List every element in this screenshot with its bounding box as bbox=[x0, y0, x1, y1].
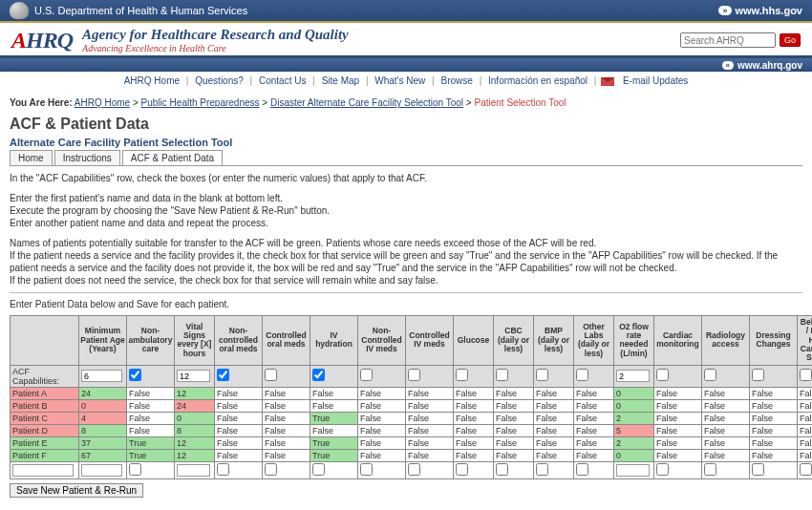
nav-whatsnew[interactable]: What's New bbox=[374, 75, 425, 86]
new-cb-4[interactable] bbox=[408, 463, 420, 476]
new-cb-3[interactable] bbox=[360, 463, 373, 476]
new-cb-6[interactable] bbox=[496, 463, 508, 476]
col-header: Non-ambulatory care bbox=[127, 316, 175, 366]
new-cb-8[interactable] bbox=[576, 463, 588, 476]
acf-cbc-checkbox[interactable] bbox=[496, 369, 508, 381]
ahrq-subbar[interactable]: » www.ahrq.gov bbox=[0, 58, 812, 72]
patient-age: 8 bbox=[79, 424, 127, 436]
patient-amb: False bbox=[127, 412, 175, 424]
col-header: Dressing Changes bbox=[750, 316, 798, 366]
new-patient-name-input[interactable] bbox=[12, 464, 74, 477]
new-cb2-0[interactable] bbox=[656, 463, 669, 476]
col-header: Controlled oral meds bbox=[263, 316, 310, 366]
bc-ahrq-home[interactable]: AHRQ Home bbox=[75, 97, 130, 108]
patient-nciv: False bbox=[358, 412, 406, 424]
new-cb bbox=[494, 461, 534, 478]
new-age-input[interactable] bbox=[81, 464, 122, 477]
patient-cor: False bbox=[263, 399, 310, 412]
col-header: Non-Controlled IV meds bbox=[358, 316, 406, 366]
patient-beh: False bbox=[798, 412, 813, 424]
acf-other-checkbox[interactable] bbox=[576, 369, 588, 381]
hhs-link[interactable]: » www.hhs.gov bbox=[718, 5, 802, 16]
enter-patient-label: Enter Patient Data below and Save for ea… bbox=[10, 299, 802, 309]
patient-rad: False bbox=[702, 424, 750, 436]
new-o2-input[interactable] bbox=[616, 464, 650, 477]
new-cb-1[interactable] bbox=[265, 463, 277, 476]
nav-browse[interactable]: Browse bbox=[440, 75, 472, 86]
new-cb-0[interactable] bbox=[217, 463, 229, 476]
patient-age: 24 bbox=[79, 387, 127, 399]
patient-glu: False bbox=[454, 436, 494, 449]
new-cb-5[interactable] bbox=[456, 463, 468, 476]
tab-acf-patient-data[interactable]: ACF & Patient Data bbox=[122, 150, 223, 165]
ahrq-logo[interactable]: AHRQ bbox=[11, 28, 73, 53]
acf-glucose-checkbox[interactable] bbox=[456, 369, 468, 381]
acf-c_oral bbox=[263, 365, 310, 387]
acf-vitals bbox=[175, 365, 215, 387]
col-header: Other Labs (daily or less) bbox=[574, 316, 614, 366]
nav-questions[interactable]: Questions? bbox=[195, 75, 244, 86]
patient-o2: 2 bbox=[614, 412, 654, 424]
new-cb-2[interactable] bbox=[312, 463, 325, 476]
nav-contact[interactable]: Contact Us bbox=[259, 75, 306, 86]
new-cb2-2[interactable] bbox=[752, 463, 764, 476]
new-vitals-input[interactable] bbox=[177, 464, 210, 477]
search-input[interactable] bbox=[680, 32, 776, 48]
nav-sitemap[interactable]: Site Map bbox=[322, 75, 359, 86]
patient-amb: True bbox=[127, 436, 175, 449]
patient-vitals: 0 bbox=[175, 412, 215, 424]
bc-dacf[interactable]: Disaster Alternate Care Facility Selecti… bbox=[270, 97, 463, 108]
new-nonamb-checkbox[interactable] bbox=[129, 463, 141, 476]
patient-nciv: False bbox=[358, 449, 406, 461]
acf-o2-input[interactable] bbox=[616, 370, 650, 382]
acf-cardiac-checkbox[interactable] bbox=[656, 369, 669, 381]
patient-nciv: False bbox=[358, 399, 406, 412]
nav-espanol[interactable]: Información en español bbox=[488, 75, 588, 86]
patient-cor: False bbox=[263, 449, 310, 461]
new-age bbox=[79, 461, 127, 478]
new-cb bbox=[406, 461, 454, 478]
acf-c_iv-checkbox[interactable] bbox=[408, 369, 420, 381]
tab-instructions[interactable]: Instructions bbox=[54, 150, 120, 165]
acf-behavioral-checkbox[interactable] bbox=[800, 369, 812, 381]
patient-cbc: False bbox=[494, 387, 534, 399]
acf-nonamb-checkbox[interactable] bbox=[129, 369, 141, 381]
bc-php[interactable]: Public Health Preparedness bbox=[141, 97, 260, 108]
patient-nciv: False bbox=[358, 387, 406, 399]
bc-current: Patient Selection Tool bbox=[475, 97, 566, 108]
tab-home[interactable]: Home bbox=[10, 150, 53, 165]
patient-ncor: False bbox=[215, 412, 263, 424]
new-cb2-3[interactable] bbox=[800, 463, 812, 476]
save-rerun-button[interactable]: Save New Patient & Re-Run bbox=[10, 483, 143, 498]
acf-nc_oral-checkbox[interactable] bbox=[217, 369, 229, 381]
col-header: IV hydration bbox=[310, 316, 358, 366]
acf-c_oral-checkbox[interactable] bbox=[265, 369, 277, 381]
new-cb2-1[interactable] bbox=[704, 463, 716, 476]
acf-radiology-checkbox[interactable] bbox=[704, 369, 716, 381]
patient-data-table: Minimum Patient Age (Years)Non-ambulator… bbox=[10, 315, 812, 479]
acf-iv_hyd-checkbox[interactable] bbox=[312, 369, 325, 381]
patient-cbc: False bbox=[494, 436, 534, 449]
patient-vitals: 12 bbox=[175, 449, 215, 461]
nav-home[interactable]: AHRQ Home bbox=[124, 75, 180, 86]
acf-bmp-checkbox[interactable] bbox=[536, 369, 548, 381]
acf-vitals-input[interactable] bbox=[177, 370, 210, 382]
page-title: ACF & Patient Data bbox=[10, 116, 802, 133]
patient-amb: False bbox=[127, 399, 175, 412]
patient-ncor: False bbox=[215, 399, 263, 412]
patient-cbc: False bbox=[494, 424, 534, 436]
patient-cbc: False bbox=[494, 412, 534, 424]
patient-beh: False bbox=[798, 436, 813, 449]
acf-age-input[interactable] bbox=[81, 370, 122, 382]
search-go-button[interactable]: Go bbox=[780, 33, 801, 47]
acf-dressing-checkbox[interactable] bbox=[752, 369, 764, 381]
patient-vitals: 24 bbox=[175, 399, 215, 412]
patient-rad: False bbox=[702, 399, 750, 412]
instructions-block: In the "ACF Capabilities" row, check the… bbox=[10, 172, 802, 287]
patient-car: False bbox=[654, 424, 702, 436]
patient-ivh: False bbox=[310, 399, 358, 412]
new-cb-7[interactable] bbox=[536, 463, 548, 476]
acf-nc_iv-checkbox[interactable] bbox=[360, 369, 373, 381]
nav-email[interactable]: E-mail Updates bbox=[623, 75, 688, 86]
patient-car: False bbox=[654, 399, 702, 412]
